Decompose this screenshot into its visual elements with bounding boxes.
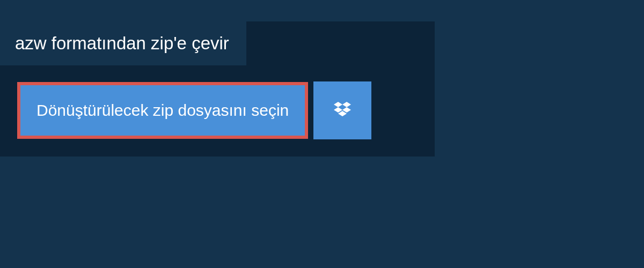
- panel-title: azw formatından zip'e çevir: [15, 33, 229, 53]
- panel-title-tab: azw formatından zip'e çevir: [0, 21, 246, 65]
- dropbox-icon: [332, 100, 353, 121]
- select-file-button[interactable]: Dönüştürülecek zip dosyasını seçin: [17, 82, 308, 139]
- converter-panel: azw formatından zip'e çevir Dönüştürülec…: [0, 21, 435, 157]
- dropbox-button[interactable]: [313, 81, 371, 139]
- select-file-label: Dönüştürülecek zip dosyasını seçin: [36, 101, 289, 119]
- button-row: Dönüştürülecek zip dosyasını seçin: [0, 65, 435, 157]
